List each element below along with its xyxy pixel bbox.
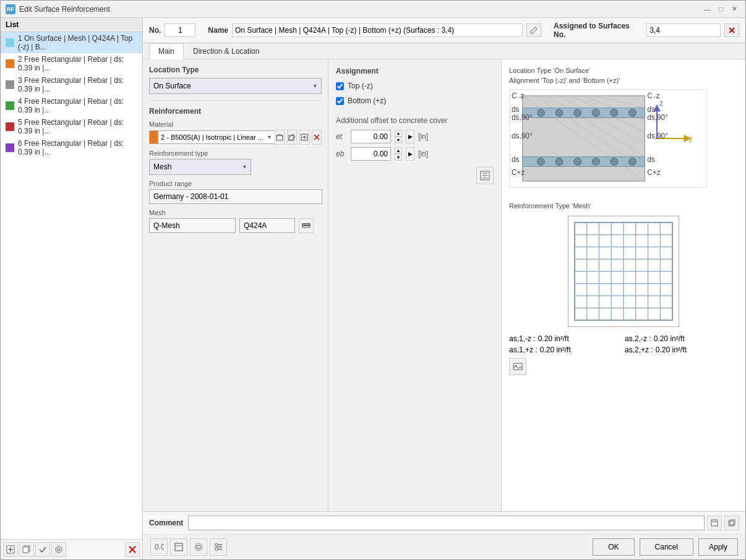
svg-text:z: z (659, 99, 663, 108)
offset-image-button[interactable] (476, 167, 494, 184)
diagram-location-title: Location Type 'On Surface' (509, 67, 738, 74)
material-row: 2 - B500S(A) | Isotropic | Linear ... ▼ (149, 130, 322, 145)
cross-section-diagram: y z C₋z (509, 89, 738, 190)
eb-arrow-button[interactable]: ▶ (406, 147, 414, 161)
material-add-button[interactable] (299, 130, 309, 145)
location-type-select[interactable]: On Surface (149, 78, 322, 94)
bottom-bar: Comment 0.00 (143, 511, 745, 559)
duplicate-button[interactable] (19, 542, 34, 557)
comment-expand-button[interactable] (707, 515, 722, 530)
material-edit-button[interactable] (287, 130, 297, 145)
svg-point-49 (611, 158, 618, 166)
settings1-tool-button[interactable] (190, 538, 207, 556)
new-item-button[interactable] (3, 542, 18, 557)
list-item[interactable]: 5 Free Rectangular | Rebar | ds: 0.39 in… (1, 116, 142, 137)
list-item[interactable]: 2 Free Rectangular | Rebar | ds: 0.39 in… (1, 53, 142, 74)
no-input[interactable] (165, 23, 195, 37)
name-edit-button[interactable] (526, 23, 541, 37)
comment-input[interactable] (188, 515, 705, 530)
product-range-input[interactable] (149, 189, 322, 204)
stat-as2pz: as,2,+z : 0.20 in²/ft (625, 346, 738, 354)
assignment-title: Assignment (336, 67, 494, 75)
et-input[interactable] (351, 130, 391, 143)
material-select[interactable]: 2 - B500S(A) | Isotropic | Linear ... (158, 130, 277, 144)
offset-section: Additional offset to concrete cover et ▲… (336, 116, 494, 184)
close-button[interactable]: ✕ (728, 4, 740, 15)
stat-as1pz-label: as,1,+z : (509, 346, 538, 354)
et-spin-down[interactable]: ▼ (395, 137, 402, 143)
eb-unit: [in] (418, 150, 428, 158)
eb-row: eb ▲ ▼ ▶ [in] (336, 147, 494, 161)
svg-text:C+z: C+z (512, 168, 525, 177)
window-controls: — □ ✕ (701, 4, 740, 15)
eb-spin-up[interactable]: ▲ (395, 147, 402, 154)
item-text-3: 3 Free Rectangular | Rebar | ds: 0.39 in… (18, 76, 137, 93)
mesh-field: Mesh (149, 209, 322, 233)
tab-direction[interactable]: Direction & Location (184, 43, 268, 59)
mesh-value-input[interactable] (239, 218, 295, 233)
list-item[interactable]: 1 On Surface | Mesh | Q424A | Top (-z) |… (1, 32, 142, 53)
list-item[interactable]: 3 Free Rectangular | Rebar | ds: 0.39 in… (1, 74, 142, 95)
svg-point-95 (197, 545, 200, 549)
rtype-select[interactable]: Mesh Rebar (149, 159, 251, 175)
et-arrow-button[interactable]: ▶ (406, 130, 414, 143)
svg-point-43 (629, 109, 637, 117)
mesh-type-input[interactable] (149, 218, 236, 233)
eb-input[interactable] (351, 147, 391, 161)
item-color-1 (6, 38, 14, 47)
app-icon: RF (6, 4, 15, 14)
comment-copy-button[interactable] (724, 515, 739, 530)
apply-button[interactable]: Apply (698, 538, 738, 556)
cancel-button[interactable]: Cancel (640, 538, 693, 556)
top-label[interactable]: Top (-z) (348, 82, 373, 90)
item-color-4 (6, 101, 14, 110)
settings2-tool-button[interactable] (210, 538, 227, 556)
tab-main[interactable]: Main (149, 43, 184, 59)
material-browse-button[interactable] (275, 130, 285, 145)
assigned-input[interactable] (646, 23, 721, 37)
right-content: No. Name Assigned to Surfaces No. (143, 18, 745, 559)
main-content: List 1 On Surface | Mesh | Q424A | Top (… (1, 18, 745, 559)
svg-point-38 (537, 109, 544, 117)
stat-as1nz-value: 0.20 in²/ft (538, 334, 569, 343)
maximize-button[interactable]: □ (714, 4, 727, 15)
settings-button[interactable] (51, 542, 66, 557)
list-item[interactable]: 6 Free Rectangular | Rebar | ds: 0.39 in… (1, 137, 142, 158)
comment-row: Comment (143, 512, 745, 535)
mesh-browse-button[interactable] (299, 218, 314, 233)
delete-button[interactable] (125, 542, 140, 557)
bottom-checkbox[interactable] (336, 97, 344, 105)
assigned-clear-button[interactable] (724, 23, 739, 37)
ok-button[interactable]: OK (593, 538, 634, 556)
offset-title: Additional offset to concrete cover (336, 116, 494, 125)
bottom-label[interactable]: Bottom (+z) (348, 96, 386, 105)
left-panel: List 1 On Surface | Mesh | Q424A | Top (… (1, 18, 143, 559)
svg-point-40 (574, 109, 581, 117)
material-color-swatch (149, 130, 158, 144)
stats-image-button[interactable] (509, 358, 526, 375)
list-item[interactable]: 4 Free Rectangular | Rebar | ds: 0.39 in… (1, 95, 142, 116)
material-delete-button[interactable] (312, 130, 322, 145)
mesh-grid-diagram (509, 216, 738, 327)
top-checkbox[interactable] (336, 82, 344, 90)
minimize-button[interactable]: — (701, 4, 713, 15)
left-form: Location Type On Surface ▼ Reinforcement (143, 59, 328, 511)
name-input[interactable] (232, 23, 523, 37)
coordinate-tool-button[interactable]: 0.00 (150, 538, 168, 556)
svg-text:ds: ds (512, 105, 520, 114)
svg-point-50 (629, 158, 637, 166)
et-spin-up[interactable]: ▲ (395, 130, 402, 137)
svg-rect-93 (175, 543, 182, 551)
check-button[interactable] (35, 542, 50, 557)
et-label: et (336, 132, 347, 141)
svg-text:y: y (688, 134, 692, 143)
svg-point-100 (215, 543, 218, 546)
svg-rect-12 (289, 135, 294, 140)
item-color-2 (6, 59, 14, 68)
eb-spin-down[interactable]: ▼ (395, 154, 402, 161)
svg-point-48 (592, 158, 599, 166)
svg-point-47 (574, 158, 581, 166)
svg-text:ds,90°: ds,90° (512, 132, 533, 140)
mesh-row (149, 218, 322, 233)
view-tool-button[interactable] (170, 538, 187, 556)
